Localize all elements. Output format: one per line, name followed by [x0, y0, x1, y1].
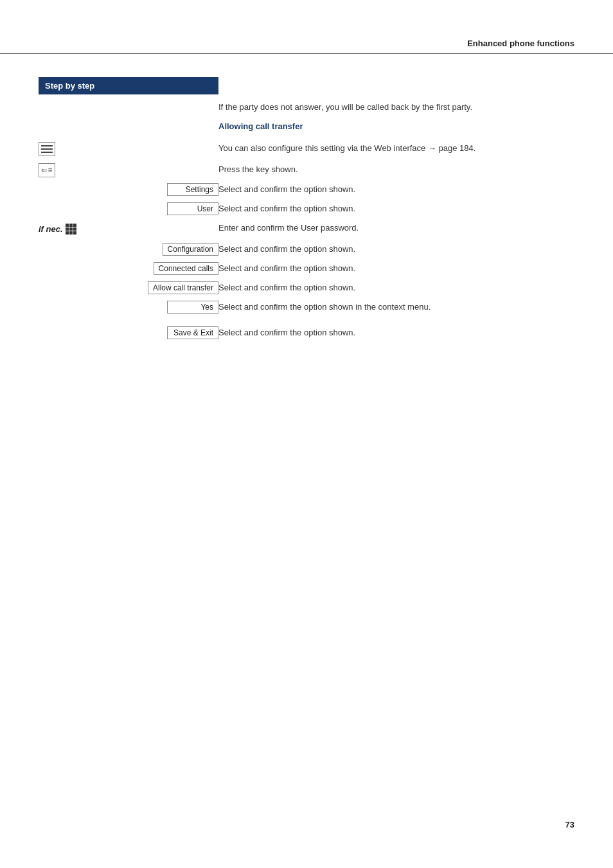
- configuration-left: Configuration: [39, 240, 218, 259]
- grid-dot: [66, 231, 69, 235]
- ifnec-left: if nec.: [39, 218, 218, 240]
- page-header: Enhanced phone functions: [0, 0, 613, 54]
- ifnec-text: Enter and confirm the User password.: [218, 223, 359, 233]
- section-heading-right: Allowing call transfer: [218, 117, 574, 136]
- step-by-step-cell: Step by step: [39, 54, 218, 98]
- configuration-right: Select and confirm the option shown.: [218, 240, 574, 259]
- step-by-step-row: Step by step: [39, 54, 574, 98]
- settings-left: Settings: [39, 180, 218, 199]
- menu-icon: [39, 142, 55, 156]
- page-container: Enhanced phone functions Step by step If…: [0, 0, 613, 868]
- configuration-row: Configuration Select and confirm the opt…: [39, 240, 574, 259]
- if-nec-text: if nec.: [39, 224, 63, 234]
- intro-right: If the party does not answer, you will b…: [218, 98, 574, 117]
- spacer-cell: [39, 317, 574, 323]
- user-label: User: [167, 202, 218, 215]
- menu-icon-right: You can also configure this setting via …: [218, 136, 574, 160]
- section-heading-left: [39, 117, 218, 136]
- section-heading-row: Allowing call transfer: [39, 117, 574, 136]
- step-by-step-box: Step by step: [39, 77, 218, 94]
- yes-right: Select and confirm the option shown in t…: [218, 297, 574, 317]
- nav-icon-text: Press the key shown.: [218, 164, 298, 174]
- grid-dot: [73, 231, 76, 235]
- grid-dot: [69, 224, 73, 227]
- allow-call-transfer-right: Select and confirm the option shown.: [218, 278, 574, 297]
- empty-fill-row: [39, 342, 574, 651]
- grid-dot: [73, 227, 76, 231]
- content-table: Step by step If the party does not answe…: [39, 54, 574, 651]
- user-left: User: [39, 199, 218, 218]
- allow-call-transfer-text: Select and confirm the option shown.: [218, 283, 355, 292]
- menu-icon-line-2: [41, 148, 53, 150]
- grid-dot: [66, 224, 69, 227]
- yes-text: Select and confirm the option shown in t…: [218, 302, 431, 312]
- configuration-label: Configuration: [163, 243, 218, 256]
- nav-icon-row: ⇐≡ Press the key shown.: [39, 160, 574, 180]
- connected-calls-label: Connected calls: [154, 262, 218, 275]
- nav-icon-symbol: ⇐≡: [41, 166, 52, 175]
- step-by-step-right: [218, 54, 574, 98]
- page-number: 73: [565, 820, 574, 829]
- yes-label: Yes: [167, 301, 218, 314]
- spacer-row: [39, 317, 574, 323]
- configuration-text: Select and confirm the option shown.: [218, 244, 355, 254]
- settings-label: Settings: [167, 183, 218, 196]
- connected-calls-left: Connected calls: [39, 259, 218, 278]
- yes-row: Yes Select and confirm the option shown …: [39, 297, 574, 317]
- save-exit-row: Save & Exit Select and confirm the optio…: [39, 323, 574, 342]
- grid-dot: [69, 227, 73, 231]
- connected-calls-row: Connected calls Select and confirm the o…: [39, 259, 574, 278]
- page-header-title: Enhanced phone functions: [467, 39, 574, 48]
- allow-call-transfer-left: Allow call transfer: [39, 278, 218, 297]
- menu-icon-line-3: [41, 152, 53, 153]
- main-content: Step by step If the party does not answe…: [0, 54, 613, 651]
- save-exit-right: Select and confirm the option shown.: [218, 323, 574, 342]
- intro-row: If the party does not answer, you will b…: [39, 98, 574, 117]
- allow-call-transfer-label: Allow call transfer: [148, 281, 218, 294]
- grid-dot: [73, 224, 76, 227]
- settings-text: Select and confirm the option shown.: [218, 184, 355, 194]
- grid-icon: [66, 224, 76, 235]
- section-heading-text: Allowing call transfer: [218, 121, 303, 131]
- ifnec-right: Enter and confirm the User password.: [218, 218, 574, 240]
- ifnec-row: if nec.: [39, 218, 574, 240]
- menu-icon-line-1: [41, 145, 53, 146]
- grid-dot: [66, 227, 69, 231]
- settings-row: Settings Select and confirm the option s…: [39, 180, 574, 199]
- nav-icon-right: Press the key shown.: [218, 160, 574, 180]
- menu-icon-text: You can also configure this setting via …: [218, 143, 475, 153]
- nav-icon-cell: ⇐≡: [39, 160, 218, 180]
- save-exit-left: Save & Exit: [39, 323, 218, 342]
- connected-calls-text: Select and confirm the option shown.: [218, 263, 355, 273]
- save-exit-label: Save & Exit: [167, 326, 218, 339]
- user-right: Select and confirm the option shown.: [218, 199, 574, 218]
- if-nec-label: if nec.: [39, 224, 218, 235]
- user-row: User Select and confirm the option shown…: [39, 199, 574, 218]
- grid-dot: [69, 231, 73, 235]
- user-text: Select and confirm the option shown.: [218, 204, 355, 213]
- menu-icon-row: You can also configure this setting via …: [39, 136, 574, 160]
- save-exit-text: Select and confirm the option shown.: [218, 328, 355, 337]
- menu-icon-cell: [39, 136, 218, 160]
- empty-fill-left: [39, 342, 218, 651]
- allow-call-transfer-row: Allow call transfer Select and confirm t…: [39, 278, 574, 297]
- yes-left: Yes: [39, 297, 218, 317]
- connected-calls-right: Select and confirm the option shown.: [218, 259, 574, 278]
- settings-right: Select and confirm the option shown.: [218, 180, 574, 199]
- intro-left: [39, 98, 218, 117]
- arrow-symbol: →: [428, 143, 436, 153]
- empty-fill-right: [218, 342, 574, 651]
- nav-icon: ⇐≡: [39, 163, 55, 177]
- intro-text: If the party does not answer, you will b…: [218, 102, 472, 112]
